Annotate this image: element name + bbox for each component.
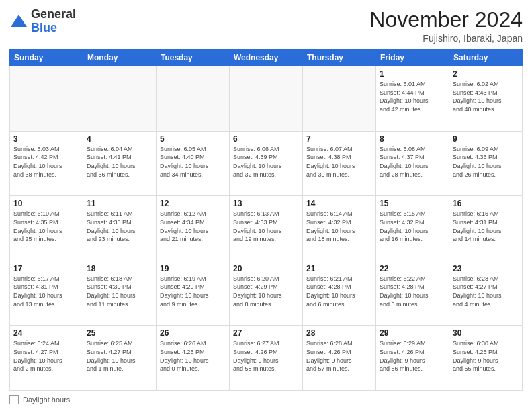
day-number: 15 bbox=[380, 199, 445, 208]
day-number: 12 bbox=[160, 199, 226, 208]
day-number: 16 bbox=[453, 199, 519, 208]
day-info: Sunrise: 6:26 AM Sunset: 4:26 PM Dayligh… bbox=[160, 339, 226, 373]
day-info: Sunrise: 6:23 AM Sunset: 4:27 PM Dayligh… bbox=[453, 275, 519, 308]
day-number: 13 bbox=[233, 199, 299, 208]
svg-rect-1 bbox=[16, 21, 21, 27]
day-info: Sunrise: 6:18 AM Sunset: 4:30 PM Dayligh… bbox=[87, 275, 152, 308]
calendar-cell bbox=[83, 66, 157, 132]
logo-general: General bbox=[31, 7, 76, 21]
day-info: Sunrise: 6:12 AM Sunset: 4:34 PM Dayligh… bbox=[160, 210, 226, 243]
weekday-header-wednesday: Wednesday bbox=[230, 50, 303, 66]
calendar-cell: 7Sunrise: 6:07 AM Sunset: 4:38 PM Daylig… bbox=[303, 131, 376, 196]
day-number: 11 bbox=[87, 199, 152, 208]
weekday-header-monday: Monday bbox=[83, 50, 157, 66]
calendar-cell: 19Sunrise: 6:19 AM Sunset: 4:29 PM Dayli… bbox=[157, 261, 230, 326]
weekday-header-sunday: Sunday bbox=[10, 50, 83, 66]
day-info: Sunrise: 6:19 AM Sunset: 4:29 PM Dayligh… bbox=[160, 275, 226, 308]
day-info: Sunrise: 6:25 AM Sunset: 4:27 PM Dayligh… bbox=[87, 339, 152, 373]
day-number: 19 bbox=[160, 264, 226, 273]
calendar-table: SundayMondayTuesdayWednesdayThursdayFrid… bbox=[9, 49, 523, 391]
day-info: Sunrise: 6:01 AM Sunset: 4:44 PM Dayligh… bbox=[380, 80, 445, 113]
day-info: Sunrise: 6:03 AM Sunset: 4:42 PM Dayligh… bbox=[13, 145, 79, 179]
main-title: November 2024 bbox=[369, 8, 523, 32]
day-number: 27 bbox=[233, 328, 299, 338]
calendar-header-row: SundayMondayTuesdayWednesdayThursdayFrid… bbox=[10, 50, 523, 66]
calendar-cell: 1Sunrise: 6:01 AM Sunset: 4:44 PM Daylig… bbox=[376, 66, 449, 132]
page: General Blue November 2024 Fujishiro, Ib… bbox=[0, 0, 532, 411]
calendar-cell: 16Sunrise: 6:16 AM Sunset: 4:31 PM Dayli… bbox=[449, 196, 523, 261]
weekday-header-tuesday: Tuesday bbox=[157, 50, 230, 66]
calendar-week-4: 24Sunrise: 6:24 AM Sunset: 4:27 PM Dayli… bbox=[10, 326, 523, 391]
day-info: Sunrise: 6:09 AM Sunset: 4:36 PM Dayligh… bbox=[453, 145, 519, 179]
day-number: 26 bbox=[160, 328, 226, 338]
calendar-cell bbox=[157, 66, 230, 132]
calendar-week-2: 10Sunrise: 6:10 AM Sunset: 4:35 PM Dayli… bbox=[10, 196, 523, 261]
day-info: Sunrise: 6:17 AM Sunset: 4:31 PM Dayligh… bbox=[13, 275, 79, 308]
calendar-week-1: 3Sunrise: 6:03 AM Sunset: 4:42 PM Daylig… bbox=[10, 131, 523, 196]
day-info: Sunrise: 6:21 AM Sunset: 4:28 PM Dayligh… bbox=[306, 275, 372, 308]
day-info: Sunrise: 6:29 AM Sunset: 4:26 PM Dayligh… bbox=[380, 339, 445, 373]
subtitle: Fujishiro, Ibaraki, Japan bbox=[369, 33, 523, 44]
calendar-cell: 2Sunrise: 6:02 AM Sunset: 4:43 PM Daylig… bbox=[449, 66, 523, 132]
day-number: 24 bbox=[13, 328, 79, 338]
calendar-cell: 13Sunrise: 6:13 AM Sunset: 4:33 PM Dayli… bbox=[230, 196, 303, 261]
day-number: 14 bbox=[306, 199, 372, 208]
day-number: 30 bbox=[453, 328, 519, 338]
calendar-cell: 22Sunrise: 6:22 AM Sunset: 4:28 PM Dayli… bbox=[376, 261, 449, 326]
day-info: Sunrise: 6:15 AM Sunset: 4:32 PM Dayligh… bbox=[380, 210, 445, 243]
day-info: Sunrise: 6:14 AM Sunset: 4:32 PM Dayligh… bbox=[306, 210, 372, 243]
footer-label: Daylight hours bbox=[23, 396, 70, 404]
calendar-cell: 3Sunrise: 6:03 AM Sunset: 4:42 PM Daylig… bbox=[10, 131, 83, 196]
day-info: Sunrise: 6:10 AM Sunset: 4:35 PM Dayligh… bbox=[13, 210, 79, 243]
day-info: Sunrise: 6:20 AM Sunset: 4:29 PM Dayligh… bbox=[233, 275, 299, 308]
day-info: Sunrise: 6:07 AM Sunset: 4:38 PM Dayligh… bbox=[306, 145, 372, 179]
calendar-cell: 18Sunrise: 6:18 AM Sunset: 4:30 PM Dayli… bbox=[83, 261, 157, 326]
day-number: 8 bbox=[380, 134, 445, 144]
calendar-cell: 25Sunrise: 6:25 AM Sunset: 4:27 PM Dayli… bbox=[83, 326, 157, 391]
day-number: 28 bbox=[306, 328, 372, 338]
logo-text: General Blue bbox=[31, 8, 76, 35]
day-number: 4 bbox=[87, 134, 152, 144]
day-info: Sunrise: 6:22 AM Sunset: 4:28 PM Dayligh… bbox=[380, 275, 445, 308]
day-number: 17 bbox=[13, 264, 79, 273]
calendar-cell: 23Sunrise: 6:23 AM Sunset: 4:27 PM Dayli… bbox=[449, 261, 523, 326]
calendar-cell: 10Sunrise: 6:10 AM Sunset: 4:35 PM Dayli… bbox=[10, 196, 83, 261]
day-number: 23 bbox=[453, 264, 519, 273]
day-info: Sunrise: 6:27 AM Sunset: 4:26 PM Dayligh… bbox=[233, 339, 299, 373]
day-info: Sunrise: 6:02 AM Sunset: 4:43 PM Dayligh… bbox=[453, 80, 519, 113]
day-info: Sunrise: 6:08 AM Sunset: 4:37 PM Dayligh… bbox=[380, 145, 445, 179]
day-info: Sunrise: 6:13 AM Sunset: 4:33 PM Dayligh… bbox=[233, 210, 299, 243]
day-number: 20 bbox=[233, 264, 299, 273]
calendar-cell: 4Sunrise: 6:04 AM Sunset: 4:41 PM Daylig… bbox=[83, 131, 157, 196]
title-block: November 2024 Fujishiro, Ibaraki, Japan bbox=[369, 8, 523, 44]
day-number: 29 bbox=[380, 328, 445, 338]
calendar-cell bbox=[303, 66, 376, 132]
day-number: 3 bbox=[13, 134, 79, 144]
logo-icon bbox=[9, 12, 28, 31]
calendar-cell: 26Sunrise: 6:26 AM Sunset: 4:26 PM Dayli… bbox=[157, 326, 230, 391]
calendar-cell: 17Sunrise: 6:17 AM Sunset: 4:31 PM Dayli… bbox=[10, 261, 83, 326]
calendar-cell: 6Sunrise: 6:06 AM Sunset: 4:39 PM Daylig… bbox=[230, 131, 303, 196]
day-info: Sunrise: 6:16 AM Sunset: 4:31 PM Dayligh… bbox=[453, 210, 519, 243]
day-info: Sunrise: 6:11 AM Sunset: 4:35 PM Dayligh… bbox=[87, 210, 152, 243]
calendar-cell: 28Sunrise: 6:28 AM Sunset: 4:26 PM Dayli… bbox=[303, 326, 376, 391]
calendar-cell: 11Sunrise: 6:11 AM Sunset: 4:35 PM Dayli… bbox=[83, 196, 157, 261]
calendar-cell: 14Sunrise: 6:14 AM Sunset: 4:32 PM Dayli… bbox=[303, 196, 376, 261]
day-number: 1 bbox=[380, 69, 445, 79]
day-number: 10 bbox=[13, 199, 79, 208]
day-info: Sunrise: 6:28 AM Sunset: 4:26 PM Dayligh… bbox=[306, 339, 372, 373]
calendar-cell: 8Sunrise: 6:08 AM Sunset: 4:37 PM Daylig… bbox=[376, 131, 449, 196]
day-number: 6 bbox=[233, 134, 299, 144]
calendar-cell bbox=[230, 66, 303, 132]
calendar-cell: 30Sunrise: 6:30 AM Sunset: 4:25 PM Dayli… bbox=[449, 326, 523, 391]
day-info: Sunrise: 6:06 AM Sunset: 4:39 PM Dayligh… bbox=[233, 145, 299, 179]
calendar-cell: 27Sunrise: 6:27 AM Sunset: 4:26 PM Dayli… bbox=[230, 326, 303, 391]
footer-box bbox=[9, 395, 19, 404]
calendar-cell: 9Sunrise: 6:09 AM Sunset: 4:36 PM Daylig… bbox=[449, 131, 523, 196]
calendar-cell bbox=[10, 66, 83, 132]
footer: Daylight hours bbox=[9, 395, 523, 404]
calendar-week-0: 1Sunrise: 6:01 AM Sunset: 4:44 PM Daylig… bbox=[10, 66, 523, 132]
day-info: Sunrise: 6:04 AM Sunset: 4:41 PM Dayligh… bbox=[87, 145, 152, 179]
day-number: 2 bbox=[453, 69, 519, 79]
logo: General Blue bbox=[9, 8, 76, 35]
